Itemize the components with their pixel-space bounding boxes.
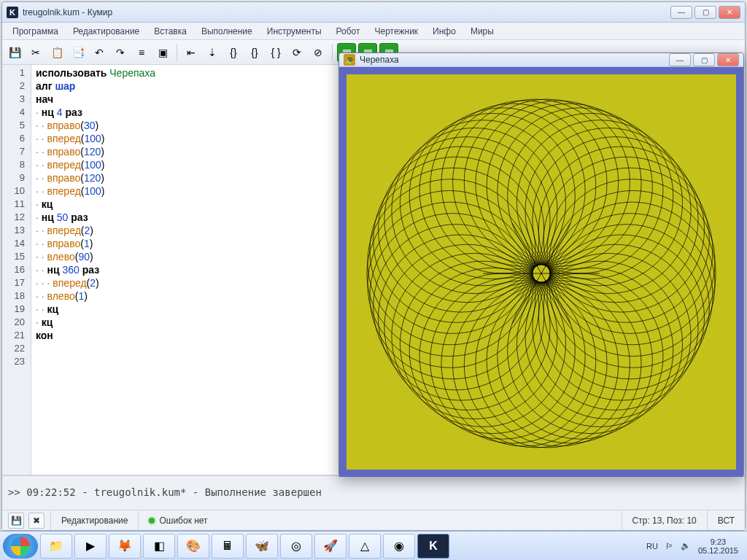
toolbar-button[interactable]: 📋 <box>47 43 66 62</box>
svg-point-7 <box>516 261 682 427</box>
ok-led-icon <box>149 518 155 524</box>
taskbar-kumir-icon[interactable]: K <box>417 534 449 559</box>
svg-point-3 <box>543 225 709 390</box>
toolbar-button[interactable]: ↷ <box>111 43 130 62</box>
main-titlebar[interactable]: K treugolnik.kum - Кумир — ▢ ✕ <box>2 2 745 23</box>
svg-point-2 <box>547 214 713 379</box>
minimize-button[interactable]: — <box>670 6 692 19</box>
svg-point-1 <box>549 202 715 368</box>
turtle-minimize-button[interactable]: — <box>669 53 691 66</box>
svg-point-20 <box>384 244 550 410</box>
toolbar-run-button[interactable]: ⊘ <box>309 43 328 62</box>
svg-point-24 <box>368 202 533 368</box>
maximize-button[interactable]: ▢ <box>694 6 716 19</box>
toolbar-run-button[interactable]: {} <box>224 43 243 62</box>
turtle-maximize-button[interactable]: ▢ <box>693 53 715 66</box>
status-bar: 💾 ✖ Редактирование Ошибок нет Стр: 13, П… <box>2 510 745 530</box>
menu-выполнение[interactable]: Выполнение <box>194 24 260 39</box>
window-title: treugolnik.kum - Кумир <box>23 7 112 18</box>
menu-чертежник[interactable]: Чертежник <box>368 24 426 39</box>
taskbar-disc-icon[interactable]: ◎ <box>280 534 312 559</box>
taskbar[interactable]: 📁 ▶ 🦊 ◧ 🎨 🖩 🦋 ◎ 🚀 △ ◉ K RU 🏳 🔈 9:23 05.1… <box>0 531 747 560</box>
turtle-window-title: Черепаха <box>360 55 399 65</box>
tray-flag-icon[interactable]: 🏳 <box>665 542 673 551</box>
svg-point-10 <box>487 278 652 443</box>
toolbar-run-button[interactable]: ⟳ <box>287 43 306 62</box>
toolbar-button[interactable]: 💾 <box>5 43 24 62</box>
save-icon[interactable]: 💾 <box>8 513 24 529</box>
status-errors: Ошибок нет <box>138 510 217 530</box>
svg-point-32 <box>400 120 565 286</box>
svg-point-28 <box>374 157 539 322</box>
svg-point-36 <box>441 101 607 266</box>
system-tray[interactable]: RU 🏳 🔈 9:23 05.12.2015 <box>640 537 744 555</box>
toolbar-button[interactable]: ≡ <box>132 43 151 62</box>
menu-инфо[interactable]: Инфо <box>425 24 463 39</box>
turtle-canvas <box>347 74 736 470</box>
toolbar-run-button[interactable]: ⇤ <box>182 43 201 62</box>
turtle-icon: 🐢 <box>344 54 355 66</box>
close-doc-icon[interactable]: ✖ <box>28 513 44 529</box>
svg-point-47 <box>543 157 709 322</box>
turtle-titlebar[interactable]: 🐢 Черепаха — ▢ ✕ <box>339 53 743 67</box>
taskbar-triangle-icon[interactable]: △ <box>349 534 381 559</box>
svg-point-49 <box>549 179 715 345</box>
taskbar-firefox-icon[interactable]: 🦊 <box>109 534 141 559</box>
close-button[interactable]: ✕ <box>719 6 740 19</box>
svg-point-4 <box>538 235 704 400</box>
taskbar-app-icon[interactable]: ◧ <box>143 534 175 559</box>
svg-point-45 <box>533 137 698 303</box>
status-position: Стр: 13, Поз: 10 <box>622 510 707 530</box>
menu-редактирование[interactable]: Редактирование <box>66 24 147 39</box>
toolbar-button[interactable]: ✂ <box>26 43 45 62</box>
svg-point-15 <box>430 278 596 443</box>
svg-point-21 <box>378 235 543 400</box>
taskbar-butterfly-icon[interactable]: 🦋 <box>246 534 278 559</box>
toolbar-button[interactable]: 📑 <box>69 43 88 62</box>
svg-point-39 <box>476 101 641 266</box>
svg-point-40 <box>487 104 652 269</box>
svg-point-13 <box>453 282 619 448</box>
menu-миры[interactable]: Миры <box>463 24 501 39</box>
line-gutter: 1234567891011121314151617181920212223 <box>2 65 31 475</box>
svg-point-26 <box>368 179 533 345</box>
start-button[interactable] <box>3 534 38 559</box>
taskbar-calc-icon[interactable]: 🖩 <box>212 534 244 559</box>
toolbar-button[interactable]: ▣ <box>153 43 172 62</box>
svg-point-27 <box>370 168 535 333</box>
toolbar-button[interactable]: ↶ <box>90 43 109 62</box>
status-mode: Редактирование <box>50 510 138 530</box>
taskbar-explorer-icon[interactable]: 📁 <box>40 534 72 559</box>
svg-point-30 <box>384 137 550 303</box>
svg-point-46 <box>538 147 704 312</box>
taskbar-wmp-icon[interactable]: ▶ <box>74 534 107 559</box>
tray-volume-icon[interactable]: 🔈 <box>681 541 691 551</box>
menu-робот[interactable]: Робот <box>329 24 368 39</box>
svg-point-38 <box>464 99 630 265</box>
svg-point-22 <box>374 225 539 390</box>
svg-point-5 <box>533 244 698 410</box>
turtle-close-button[interactable]: ✕ <box>717 53 739 66</box>
menu-программа[interactable]: Программа <box>5 24 66 39</box>
menu-инструменты[interactable]: Инструменты <box>260 24 329 39</box>
taskbar-paint-icon[interactable]: 🎨 <box>177 534 209 559</box>
toolbar-run-button[interactable]: ⇣ <box>203 43 222 62</box>
tray-lang[interactable]: RU <box>646 542 658 551</box>
toolbar-run-button[interactable]: { } <box>266 43 285 62</box>
svg-point-18 <box>400 261 565 427</box>
tray-clock[interactable]: 9:23 05.12.2015 <box>698 537 738 555</box>
toolbar-run-button[interactable]: {} <box>245 43 264 62</box>
svg-point-12 <box>464 282 630 448</box>
taskbar-chrome-icon[interactable]: ◉ <box>383 534 415 559</box>
windows-orb-icon <box>11 537 30 556</box>
status-insert-mode: ВСТ <box>707 510 745 530</box>
svg-point-43 <box>516 120 682 286</box>
svg-point-11 <box>476 281 641 446</box>
taskbar-rocket-icon[interactable]: 🚀 <box>314 534 347 559</box>
svg-point-35 <box>430 104 596 269</box>
app-icon: K <box>7 7 18 18</box>
menu-вставка[interactable]: Вставка <box>147 24 194 39</box>
turtle-window[interactable]: 🐢 Черепаха — ▢ ✕ <box>338 52 744 477</box>
menu-bar: ПрограммаРедактированиеВставкаВыполнение… <box>2 23 745 40</box>
output-console[interactable]: >> 09:22:52 - treugolnik.kum* - Выполнен… <box>2 475 745 510</box>
